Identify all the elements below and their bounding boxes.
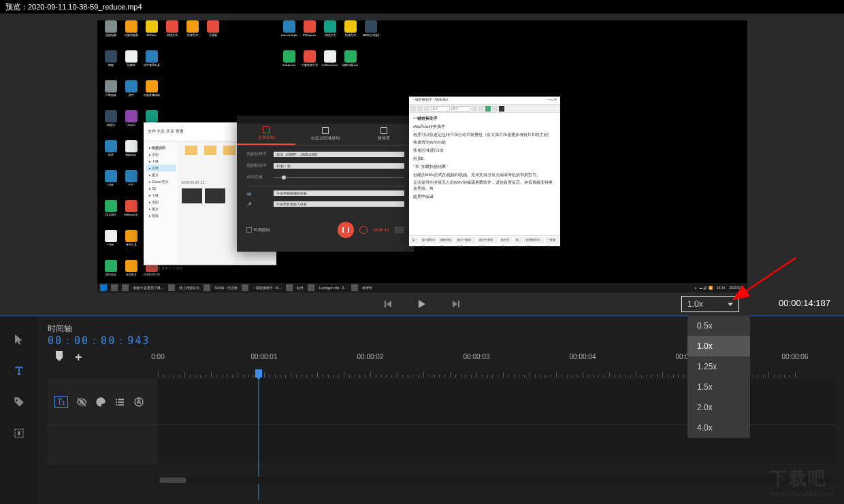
playhead[interactable] — [255, 369, 262, 377]
pointer-tool[interactable] — [10, 330, 29, 349]
preview-filename: 2020-09-11 10-38-59_reduce.mp4 — [28, 3, 142, 11]
add-marker-button[interactable]: + — [75, 350, 82, 365]
speed-option[interactable]: 2.0x — [687, 397, 750, 418]
list-icon[interactable] — [114, 397, 125, 407]
ruler-label: 00:00:02 — [357, 353, 384, 360]
text-tool[interactable] — [10, 361, 29, 380]
tag-tool[interactable] — [10, 392, 29, 411]
svg-rect-9 — [116, 404, 117, 405]
svg-rect-5 — [116, 399, 117, 400]
playback-timecode: 00:00:14:187 — [779, 298, 830, 308]
speed-option[interactable]: 1.25x — [687, 356, 750, 377]
speed-value: 1.0x — [687, 299, 703, 309]
chevron-down-icon — [728, 303, 733, 306]
ruler-label: 0:00 — [151, 353, 164, 360]
track-type-label: T₁ — [54, 396, 68, 408]
recorder-window: 全屏录制 自定义区域录制 媒体库 视频分辨率高清（1080P） 1920x108… — [237, 116, 414, 252]
preview-canvas: 我的电脑火狐浏览器EDData快捷方式快捷方式录屏器 网络记事本软件管理工具 控… — [97, 20, 747, 292]
desktop-icons-center: Internet ExplorerFSCapture快捷方式快捷方式360安全浏… — [281, 20, 379, 72]
crop-tool[interactable] — [10, 424, 29, 443]
preview-label: 预览： — [5, 2, 28, 12]
ruler-label: 00:00:04 — [570, 353, 596, 360]
speed-option[interactable]: 0.5x — [687, 316, 750, 336]
circle-a-icon[interactable] — [133, 397, 144, 407]
speed-option[interactable]: 1.0x — [687, 336, 750, 356]
svg-rect-6 — [118, 399, 125, 400]
timeline-title: 时间轴 — [48, 323, 150, 335]
desktop-mock: 我的电脑火狐浏览器EDData快捷方式快捷方式录屏器 网络记事本软件管理工具 控… — [97, 20, 747, 292]
svg-rect-7 — [116, 401, 117, 403]
ruler-label: 00:00:01 — [251, 353, 278, 360]
playback-controls: 1.0x 00:00:14:187 — [0, 292, 844, 316]
visibility-icon[interactable] — [76, 397, 87, 407]
watermark: 下载吧www.xiazaiba.com — [770, 467, 834, 497]
timeline-scrollbar[interactable] — [158, 477, 834, 484]
ruler-label: 00:00:06 — [782, 353, 809, 360]
speed-dropdown-menu[interactable]: 0.5x1.0x1.25x1.5x2.0x4.0x — [687, 316, 750, 438]
svg-rect-8 — [118, 401, 125, 403]
speed-option[interactable]: 4.0x — [687, 418, 750, 438]
scrollbar-thumb[interactable] — [159, 477, 186, 483]
palette-icon[interactable] — [95, 397, 106, 407]
next-frame-button[interactable] — [453, 301, 459, 307]
tool-strip — [0, 316, 38, 504]
prev-frame-button[interactable] — [385, 301, 391, 307]
timeline-current-time: 00：00：00：943 — [48, 335, 150, 348]
speed-option[interactable]: 1.5x — [687, 377, 750, 397]
taskbar-mock: 浪漫中-百度英下载… 待上传安装包 SuftJp - 已连接 一键转换助手 - … — [97, 283, 747, 292]
marker-icon[interactable] — [54, 351, 64, 365]
ruler-label: 00:00:03 — [464, 353, 490, 360]
preview-header: 预览： 2020-09-11 10-38-59_reduce.mp4 — [0, 0, 844, 14]
preview-area: 我的电脑火狐浏览器EDData快捷方式快捷方式录屏器 网络记事本软件管理工具 控… — [0, 14, 844, 316]
playback-speed-selector[interactable]: 1.0x — [681, 296, 739, 312]
play-button[interactable] — [419, 300, 425, 308]
svg-rect-10 — [118, 404, 125, 405]
notepad-window: 一键转换助手 - MyEditor— □ ✕ 北斗格式 一键转换助手xMa和Ji… — [409, 97, 560, 246]
